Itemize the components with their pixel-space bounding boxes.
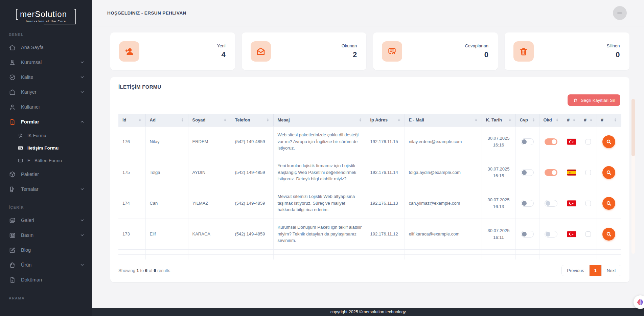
stat-card-value: 0	[465, 50, 488, 59]
cell-soyad: KARACA	[188, 219, 231, 249]
column-header[interactable]: Soyad	[188, 114, 231, 126]
column-header-label: #	[567, 117, 570, 122]
cvp-toggle[interactable]	[521, 169, 534, 176]
okd-toggle[interactable]	[545, 231, 557, 238]
sidebar-item-icon	[9, 186, 16, 193]
sidebar-section-genel[interactable]: GENEL	[0, 32, 92, 37]
sort-icon[interactable]	[508, 118, 512, 122]
row-checkbox[interactable]	[585, 139, 591, 144]
pagination-next[interactable]: Next	[601, 265, 621, 276]
search-icon	[606, 139, 612, 144]
sort-icon[interactable]	[180, 118, 185, 122]
column-header[interactable]: Ad	[145, 114, 188, 126]
row-checkbox[interactable]	[585, 170, 591, 175]
sort-icon[interactable]	[572, 118, 576, 122]
pagination-previous[interactable]: Previous	[562, 265, 589, 276]
cell-ip: 192.176.11.13	[366, 188, 405, 219]
view-record-button[interactable]	[602, 197, 615, 210]
column-header[interactable]: Mesaj	[273, 114, 366, 126]
cell-select	[580, 126, 597, 157]
sidebar-item-kurumsal[interactable]: Kurumsal	[0, 55, 92, 70]
cell-flag	[563, 188, 580, 219]
column-header[interactable]: #	[580, 114, 597, 126]
sidebar-item-paketler[interactable]: Paketler	[0, 167, 92, 182]
cell-flag	[563, 126, 580, 157]
cell-select	[580, 219, 597, 249]
delete-selected-button[interactable]: Seçili Kayıtları Sil	[568, 94, 620, 106]
sort-icon[interactable]	[358, 118, 363, 122]
sidebar-section-icerik[interactable]: İÇERİK	[0, 205, 92, 210]
panel-title: İLETİŞİM FORMU	[118, 84, 621, 90]
chevron-icon	[80, 263, 85, 267]
sidebar-item-kalite[interactable]: Kalite	[0, 70, 92, 85]
column-header[interactable]: Cvp	[515, 114, 539, 126]
sort-icon[interactable]	[223, 118, 227, 122]
stat-card-label: Silinen	[606, 43, 620, 48]
chevron-icon	[80, 75, 85, 80]
sort-icon[interactable]	[266, 118, 270, 122]
cvp-toggle[interactable]	[521, 138, 534, 145]
sidebar-item-ik-formu[interactable]: IK Formu	[0, 129, 92, 142]
okd-toggle[interactable]	[545, 138, 557, 145]
pagination-page-1[interactable]: 1	[589, 265, 601, 276]
column-header[interactable]: E - Mail	[405, 114, 482, 126]
sort-icon[interactable]	[474, 118, 478, 122]
summary-total: 6	[154, 268, 156, 273]
content-scrollbar[interactable]	[631, 99, 635, 254]
column-header[interactable]: #	[597, 114, 621, 126]
view-record-button[interactable]	[602, 228, 615, 241]
sidebar-item-galeri[interactable]: Galeri	[0, 213, 92, 228]
avatar-placeholder-icon	[617, 12, 622, 14]
column-header[interactable]: Okd	[539, 114, 563, 126]
row-checkbox[interactable]	[585, 201, 591, 206]
sidebar-item-ana-sayfa[interactable]: Ana Sayfa	[0, 40, 92, 55]
okd-toggle[interactable]	[545, 200, 557, 207]
sidebar-item-dokuman[interactable]: Doküman	[0, 272, 92, 287]
column-header-label: Ad	[150, 117, 156, 122]
column-header[interactable]: Ip Adres	[366, 114, 405, 126]
trash-icon	[573, 98, 578, 103]
sidebar-item-kariyer[interactable]: Kariyer	[0, 85, 92, 99]
column-header-label: Soyad	[192, 117, 206, 122]
sidebar-item-e-bulten-formu[interactable]: E - Bülten Formu	[0, 154, 92, 167]
summary-word: of	[149, 268, 153, 273]
toggle-knob	[522, 232, 527, 236]
sort-icon[interactable]	[138, 118, 142, 122]
table-scroll-area[interactable]: Id Ad	[118, 114, 621, 259]
sort-icon[interactable]	[613, 118, 618, 122]
user-avatar[interactable]	[613, 6, 627, 20]
sidebar-item-formlar[interactable]: Formlar	[0, 114, 92, 129]
cvp-toggle[interactable]	[521, 231, 534, 238]
view-record-button[interactable]	[602, 166, 615, 179]
sidebar-item-icon	[9, 118, 16, 126]
column-header[interactable]: K. Tarih	[482, 114, 515, 126]
sort-icon[interactable]	[397, 118, 401, 122]
sidebar-item-basin[interactable]: Basın	[0, 228, 92, 243]
sort-icon[interactable]	[531, 118, 536, 122]
sort-icon[interactable]	[555, 118, 559, 122]
cell-mesaj: Mevcut sitemizi Lojistik Web altyapısına…	[273, 188, 366, 219]
sidebar-item-label: Blog	[21, 247, 80, 253]
column-header[interactable]: Telefon	[231, 114, 273, 126]
scrollbar-thumb[interactable]	[631, 99, 635, 156]
row-checkbox[interactable]	[585, 231, 591, 237]
column-header[interactable]: #	[563, 114, 580, 126]
sidebar-item-temalar[interactable]: Temalar	[0, 182, 92, 197]
contact-form-panel: İLETİŞİM FORMU Seçili Kayıtları Sil	[110, 77, 629, 282]
cvp-toggle[interactable]	[521, 200, 534, 207]
sidebar-item-kullanici[interactable]: Kullanıcı	[0, 99, 92, 114]
cell-ad: Tolga	[145, 157, 188, 188]
table-row-partial	[118, 249, 621, 254]
cell-tarih: 30.07.2025 16:15	[482, 157, 515, 188]
stat-card-text: Okunan 2	[342, 43, 357, 59]
column-header[interactable]: Id	[118, 114, 145, 126]
sidebar-item-urun[interactable]: Ürün	[0, 257, 92, 272]
view-record-button[interactable]	[602, 135, 615, 148]
sidebar-item-label: Formlar	[21, 119, 80, 125]
okd-toggle[interactable]	[545, 169, 557, 176]
sidebar-section-arama[interactable]: ARAMA	[0, 295, 92, 301]
sidebar-item-blog[interactable]: Blog	[0, 243, 92, 257]
sidebar-item-iletisim-formu[interactable]: İletişim Formu	[0, 142, 92, 154]
sort-icon[interactable]	[589, 118, 593, 122]
stat-card: Silinen 0	[505, 32, 629, 70]
